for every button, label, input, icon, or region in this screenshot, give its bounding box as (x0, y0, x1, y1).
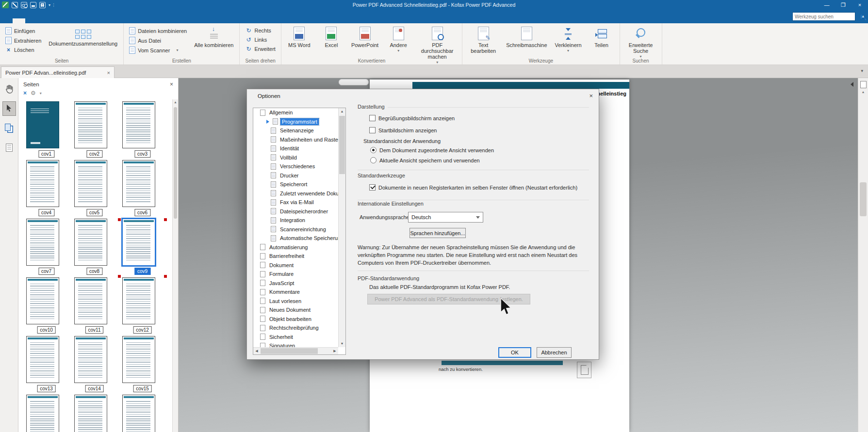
options-tree-item[interactable]: Scannereinrichtung (253, 225, 338, 234)
link-icon[interactable] (21, 2, 27, 8)
options-tree-item[interactable]: Laut vorlesen (253, 297, 338, 306)
options-tree-item[interactable]: Identität (253, 144, 338, 153)
tree-vertical-scrollbar[interactable]: ▲ ▼ (338, 108, 345, 347)
vom-scanner-button[interactable]: Vom Scanner ▾ (128, 46, 188, 54)
page-thumbnail[interactable] (22, 395, 70, 432)
page-thumbnail[interactable]: cov13 (22, 336, 70, 395)
andere-button[interactable]: Andere▾ (384, 25, 412, 55)
ok-button[interactable]: OK (498, 347, 531, 358)
edit-pen-icon[interactable] (12, 2, 18, 8)
thumbnail-preview[interactable] (26, 101, 59, 148)
thumbnail-preview[interactable] (122, 160, 155, 207)
checkbox[interactable] (369, 184, 376, 191)
radio-button[interactable] (370, 147, 377, 153)
thumbnail-label[interactable]: cov1 (38, 150, 54, 158)
thumbnail-preview[interactable] (74, 101, 107, 148)
options-tree-item[interactable]: Zuletzt verwendete Dokumente (253, 189, 338, 198)
scroll-left-icon[interactable]: ◀ (253, 348, 260, 354)
options-tree-item[interactable]: Automatisierung (253, 243, 338, 252)
pages-panel-button[interactable] (2, 121, 16, 135)
chevron-down-icon[interactable]: ▾ (861, 68, 863, 73)
scrollbar-thumb[interactable] (261, 348, 318, 354)
options-tree-item[interactable]: JavaScript (253, 279, 338, 288)
dialog-close-icon[interactable]: × (589, 92, 593, 99)
thumbnail-label[interactable]: cov2 (86, 150, 102, 158)
thumbnail-label[interactable]: cov13 (37, 385, 56, 392)
page-thumbnail[interactable]: cov1 (22, 101, 70, 160)
stamp-icon[interactable] (30, 2, 36, 8)
page-thumbnail[interactable]: cov5 (70, 160, 118, 219)
menu-item[interactable] (63, 18, 76, 23)
options-tree-item[interactable]: Vollbild (253, 153, 338, 162)
erweitert-drehen-button[interactable]: ↻Erweitert (244, 45, 277, 53)
thumbnail-preview[interactable] (74, 395, 107, 432)
document-panel-button[interactable] (2, 140, 16, 155)
thumbnail-preview[interactable] (122, 395, 155, 432)
panel-close-icon[interactable]: × (170, 81, 173, 88)
scroll-up-icon[interactable]: ▲ (339, 108, 345, 115)
scroll-down-icon[interactable]: ▼ (339, 340, 345, 347)
erweiterte-suche-button[interactable]: Erweiterte Suche▾ (624, 25, 658, 61)
menu-item[interactable] (13, 18, 25, 23)
startbildschirm-checkbox-row[interactable]: Startbildschirm anzeigen (369, 127, 437, 133)
select-tool-button[interactable] (2, 101, 16, 116)
thumbnail-label[interactable]: cov7 (38, 268, 54, 275)
right-panel-page-icon[interactable] (860, 81, 867, 88)
scroll-up-icon[interactable]: ▲ (173, 99, 178, 105)
thumbnail-preview[interactable] (122, 336, 155, 383)
thumbnail-preview[interactable] (122, 101, 155, 148)
extrahieren-button[interactable]: Extrahieren (4, 36, 43, 45)
radio-button[interactable] (370, 157, 377, 163)
schreibmaschine-button[interactable]: Schreibmaschine (504, 25, 549, 49)
thumbnail-preview[interactable] (26, 336, 59, 383)
menu-item[interactable] (25, 18, 38, 23)
options-tree-item[interactable]: Signaturen (253, 341, 338, 347)
checkbox[interactable] (369, 127, 376, 133)
options-tree-item[interactable]: Kommentare (253, 288, 338, 297)
sprache-dropdown[interactable]: Deutsch (408, 212, 483, 223)
maximize-button[interactable]: ❐ (835, 0, 852, 10)
loeschen-button[interactable]: ×Löschen (4, 46, 43, 54)
powerpoint-button[interactable]: PowerPoint (349, 25, 380, 49)
menu-item[interactable] (50, 18, 63, 23)
rechts-drehen-button[interactable]: ↻Rechts (244, 27, 277, 34)
page-thumbnail[interactable]: cov12 (118, 277, 166, 336)
scrollbar-thumb[interactable] (860, 182, 867, 216)
right-scroll-strip[interactable]: ▲ (858, 78, 868, 432)
hand-tool-button[interactable] (2, 82, 16, 96)
thumbnail-preview[interactable] (74, 160, 107, 207)
thumbnail-label[interactable]: cov14 (85, 385, 104, 392)
thumbnail-preview[interactable] (26, 219, 59, 266)
text-bearbeiten-button[interactable]: Text bearbeiten (466, 25, 500, 55)
thumbnail-preview[interactable] (74, 336, 107, 383)
options-tree-item[interactable]: Integration (253, 216, 338, 225)
qat-customize-caret-icon[interactable]: ▾ ⋮ (49, 3, 55, 7)
options-tree-item[interactable]: Dokument (253, 261, 338, 270)
einfuegen-button[interactable]: Einfügen (4, 27, 43, 35)
panel-collapse-arrow-icon[interactable] (848, 82, 853, 87)
thumbnail-label[interactable]: cov3 (134, 150, 150, 158)
page-thumbnail[interactable]: cov9 (118, 219, 166, 277)
page-thumbnail[interactable]: cov2 (70, 101, 118, 160)
page-thumbnail[interactable]: cov4 (22, 160, 70, 219)
verkleinern-button[interactable]: Verkleinern▾ (553, 25, 584, 55)
options-tree-item[interactable]: Seitenanzeige (253, 126, 338, 135)
dokumentzusammenstellung-button[interactable]: Dokumentzusammenstellung (47, 25, 119, 48)
thumbnail-preview[interactable] (122, 277, 155, 324)
menu-item[interactable] (38, 18, 50, 23)
thumbnail-preview[interactable] (74, 277, 107, 324)
scroll-up-icon[interactable]: ▲ (858, 90, 868, 94)
page-thumbnail[interactable]: cov10 (22, 277, 70, 336)
thumbnail-preview[interactable] (74, 219, 107, 266)
checkbox[interactable] (369, 115, 376, 121)
page-thumbnail[interactable]: cov14 (70, 336, 118, 395)
menu-item[interactable] (0, 18, 13, 23)
dateien-kombinieren-button[interactable]: Dateien kombinieren (128, 27, 188, 35)
page-thumbnail[interactable] (70, 395, 118, 432)
page-thumbnail[interactable] (118, 395, 166, 432)
gear-icon[interactable]: ⚙ (31, 90, 36, 96)
app-icon[interactable] (2, 1, 9, 8)
close-button[interactable]: × (852, 0, 868, 10)
registerkarten-checkbox-row[interactable]: Dokumente in neuen Registerkarten im sel… (369, 184, 577, 191)
alle-kombinieren-button[interactable]: Alle kombinieren (192, 25, 235, 49)
